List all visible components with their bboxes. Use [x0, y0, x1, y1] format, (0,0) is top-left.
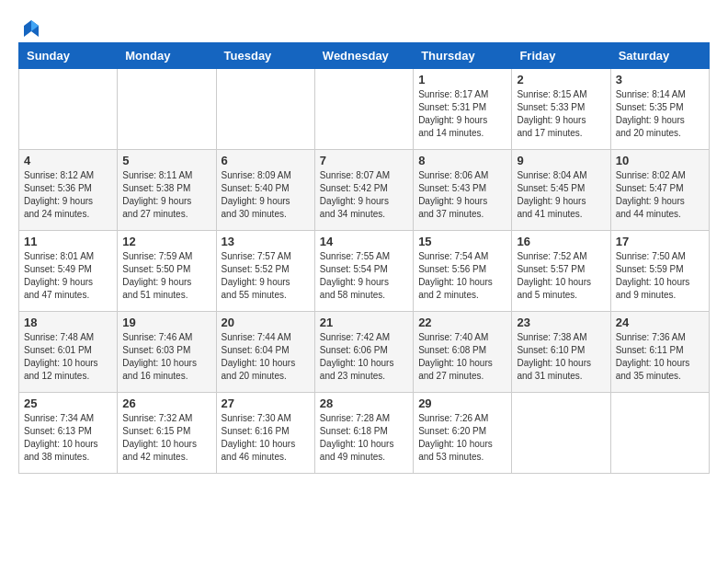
- day-info: Sunrise: 7:46 AM Sunset: 6:03 PM Dayligh…: [122, 331, 210, 383]
- day-number: 21: [320, 316, 408, 329]
- page-header: [18, 18, 710, 33]
- day-info: Sunrise: 7:28 AM Sunset: 6:18 PM Dayligh…: [320, 412, 408, 464]
- calendar-cell: 16Sunrise: 7:52 AM Sunset: 5:57 PM Dayli…: [512, 231, 610, 312]
- header-thursday: Thursday: [414, 43, 512, 69]
- header-tuesday: Tuesday: [216, 43, 314, 69]
- day-info: Sunrise: 7:26 AM Sunset: 6:20 PM Dayligh…: [418, 412, 506, 464]
- day-info: Sunrise: 7:54 AM Sunset: 5:56 PM Dayligh…: [418, 250, 506, 302]
- calendar-cell: 1Sunrise: 8:17 AM Sunset: 5:31 PM Daylig…: [414, 69, 512, 150]
- day-number: 9: [517, 154, 605, 167]
- day-number: 27: [222, 396, 310, 410]
- day-info: Sunrise: 8:07 AM Sunset: 5:42 PM Dayligh…: [320, 169, 408, 221]
- day-info: Sunrise: 7:34 AM Sunset: 6:13 PM Dayligh…: [24, 412, 112, 464]
- day-number: 5: [122, 154, 210, 167]
- day-number: 26: [122, 396, 210, 410]
- day-number: 4: [24, 154, 112, 167]
- calendar-week-1: 4Sunrise: 8:12 AM Sunset: 5:36 PM Daylig…: [19, 150, 710, 231]
- day-number: 11: [24, 235, 112, 248]
- calendar-cell: 11Sunrise: 8:01 AM Sunset: 5:49 PM Dayli…: [19, 231, 118, 312]
- calendar-cell: 21Sunrise: 7:42 AM Sunset: 6:06 PM Dayli…: [314, 312, 413, 393]
- calendar-cell: 29Sunrise: 7:26 AM Sunset: 6:20 PM Dayli…: [414, 393, 512, 474]
- day-number: 13: [222, 235, 310, 248]
- day-info: Sunrise: 8:02 AM Sunset: 5:47 PM Dayligh…: [616, 169, 704, 221]
- day-number: 15: [418, 235, 506, 248]
- calendar-week-4: 25Sunrise: 7:34 AM Sunset: 6:13 PM Dayli…: [19, 393, 710, 474]
- calendar-cell: 18Sunrise: 7:48 AM Sunset: 6:01 PM Dayli…: [19, 312, 118, 393]
- day-number: 24: [616, 316, 704, 329]
- day-number: 12: [122, 235, 210, 248]
- calendar-cell: 15Sunrise: 7:54 AM Sunset: 5:56 PM Dayli…: [414, 231, 512, 312]
- day-info: Sunrise: 7:30 AM Sunset: 6:16 PM Dayligh…: [222, 412, 310, 464]
- calendar-cell: 12Sunrise: 7:59 AM Sunset: 5:50 PM Dayli…: [118, 231, 216, 312]
- day-info: Sunrise: 7:57 AM Sunset: 5:52 PM Dayligh…: [222, 250, 310, 302]
- day-info: Sunrise: 7:52 AM Sunset: 5:57 PM Dayligh…: [517, 250, 605, 302]
- calendar-week-2: 11Sunrise: 8:01 AM Sunset: 5:49 PM Dayli…: [19, 231, 710, 312]
- calendar-cell: 23Sunrise: 7:38 AM Sunset: 6:10 PM Dayli…: [512, 312, 610, 393]
- header-friday: Friday: [512, 43, 610, 69]
- calendar-cell: 19Sunrise: 7:46 AM Sunset: 6:03 PM Dayli…: [118, 312, 216, 393]
- day-info: Sunrise: 7:42 AM Sunset: 6:06 PM Dayligh…: [320, 331, 408, 383]
- calendar-cell: 27Sunrise: 7:30 AM Sunset: 6:16 PM Dayli…: [216, 393, 314, 474]
- logo: [18, 18, 42, 33]
- calendar-cell: 7Sunrise: 8:07 AM Sunset: 5:42 PM Daylig…: [314, 150, 413, 231]
- calendar-week-0: 1Sunrise: 8:17 AM Sunset: 5:31 PM Daylig…: [19, 69, 710, 150]
- calendar-cell: 5Sunrise: 8:11 AM Sunset: 5:38 PM Daylig…: [118, 150, 216, 231]
- day-number: 1: [418, 73, 506, 86]
- header-saturday: Saturday: [610, 43, 709, 69]
- day-info: Sunrise: 7:38 AM Sunset: 6:10 PM Dayligh…: [517, 331, 605, 383]
- day-number: 23: [517, 316, 605, 329]
- calendar-cell: 4Sunrise: 8:12 AM Sunset: 5:36 PM Daylig…: [19, 150, 118, 231]
- day-info: Sunrise: 7:59 AM Sunset: 5:50 PM Dayligh…: [122, 250, 210, 302]
- calendar-cell: [610, 393, 709, 474]
- calendar-cell: 3Sunrise: 8:14 AM Sunset: 5:35 PM Daylig…: [610, 69, 709, 150]
- day-number: 22: [418, 316, 506, 329]
- day-info: Sunrise: 7:36 AM Sunset: 6:11 PM Dayligh…: [616, 331, 704, 383]
- day-number: 6: [222, 154, 310, 167]
- calendar-cell: 25Sunrise: 7:34 AM Sunset: 6:13 PM Dayli…: [19, 393, 118, 474]
- calendar-cell: 9Sunrise: 8:04 AM Sunset: 5:45 PM Daylig…: [512, 150, 610, 231]
- calendar-cell: 13Sunrise: 7:57 AM Sunset: 5:52 PM Dayli…: [216, 231, 314, 312]
- day-info: Sunrise: 8:01 AM Sunset: 5:49 PM Dayligh…: [24, 250, 112, 302]
- day-number: 14: [320, 235, 408, 248]
- day-number: 28: [320, 396, 408, 410]
- calendar-cell: 2Sunrise: 8:15 AM Sunset: 5:33 PM Daylig…: [512, 69, 610, 150]
- day-number: 18: [24, 316, 112, 329]
- day-info: Sunrise: 8:12 AM Sunset: 5:36 PM Dayligh…: [24, 169, 112, 221]
- day-info: Sunrise: 8:14 AM Sunset: 5:35 PM Dayligh…: [616, 88, 704, 140]
- day-number: 29: [418, 396, 506, 410]
- day-number: 25: [24, 396, 112, 410]
- calendar-cell: [512, 393, 610, 474]
- day-info: Sunrise: 8:09 AM Sunset: 5:40 PM Dayligh…: [222, 169, 310, 221]
- calendar-cell: 28Sunrise: 7:28 AM Sunset: 6:18 PM Dayli…: [314, 393, 413, 474]
- day-info: Sunrise: 8:11 AM Sunset: 5:38 PM Dayligh…: [122, 169, 210, 221]
- header-sunday: Sunday: [19, 43, 118, 69]
- calendar-week-3: 18Sunrise: 7:48 AM Sunset: 6:01 PM Dayli…: [19, 312, 710, 393]
- day-number: 3: [616, 73, 704, 86]
- calendar-cell: 20Sunrise: 7:44 AM Sunset: 6:04 PM Dayli…: [216, 312, 314, 393]
- calendar-cell: [314, 69, 413, 150]
- calendar-cell: 6Sunrise: 8:09 AM Sunset: 5:40 PM Daylig…: [216, 150, 314, 231]
- day-number: 17: [616, 235, 704, 248]
- calendar-table: SundayMondayTuesdayWednesdayThursdayFrid…: [18, 42, 710, 474]
- header-monday: Monday: [118, 43, 216, 69]
- header-row: SundayMondayTuesdayWednesdayThursdayFrid…: [19, 43, 710, 69]
- calendar-cell: [118, 69, 216, 150]
- calendar-cell: 8Sunrise: 8:06 AM Sunset: 5:43 PM Daylig…: [414, 150, 512, 231]
- day-info: Sunrise: 7:32 AM Sunset: 6:15 PM Dayligh…: [122, 412, 210, 464]
- calendar-cell: 26Sunrise: 7:32 AM Sunset: 6:15 PM Dayli…: [118, 393, 216, 474]
- calendar-cell: 24Sunrise: 7:36 AM Sunset: 6:11 PM Dayli…: [610, 312, 709, 393]
- day-number: 19: [122, 316, 210, 329]
- calendar-cell: [19, 69, 118, 150]
- calendar-cell: 14Sunrise: 7:55 AM Sunset: 5:54 PM Dayli…: [314, 231, 413, 312]
- calendar-cell: 17Sunrise: 7:50 AM Sunset: 5:59 PM Dayli…: [610, 231, 709, 312]
- day-info: Sunrise: 8:15 AM Sunset: 5:33 PM Dayligh…: [517, 88, 605, 140]
- day-number: 16: [517, 235, 605, 248]
- day-number: 2: [517, 73, 605, 86]
- calendar-cell: [216, 69, 314, 150]
- day-info: Sunrise: 7:50 AM Sunset: 5:59 PM Dayligh…: [616, 250, 704, 302]
- header-wednesday: Wednesday: [314, 43, 413, 69]
- day-info: Sunrise: 8:04 AM Sunset: 5:45 PM Dayligh…: [517, 169, 605, 221]
- day-number: 20: [222, 316, 310, 329]
- day-number: 10: [616, 154, 704, 167]
- day-number: 7: [320, 154, 408, 167]
